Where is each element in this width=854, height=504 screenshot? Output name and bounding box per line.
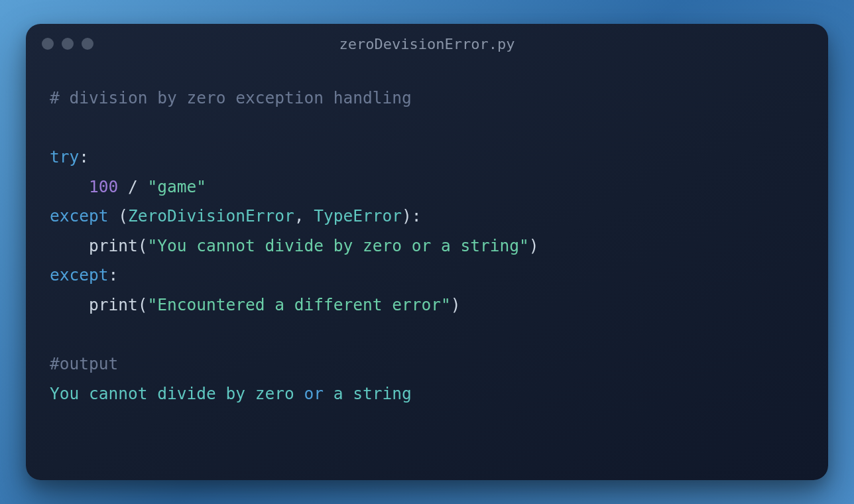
keyword-except: except: [50, 206, 109, 225]
call-close: ): [451, 295, 461, 314]
code-editor[interactable]: # division by zero exception handling tr…: [26, 64, 828, 428]
string-literal: "You cannot divide by zero or a string": [148, 236, 529, 255]
operator-divide: /: [118, 177, 147, 196]
paren-close: ): [402, 206, 412, 225]
output-text: a string: [324, 384, 412, 403]
call-open: (: [138, 236, 148, 255]
code-comment: # division by zero exception handling: [50, 88, 412, 107]
type-name: ZeroDivisionError: [128, 206, 294, 225]
string-literal: "Encountered a different error": [148, 295, 451, 314]
builtin-print: print: [89, 295, 138, 314]
minimize-dot-icon[interactable]: [62, 38, 74, 50]
builtin-print: print: [89, 236, 138, 255]
window-controls: [42, 38, 93, 50]
colon: :: [412, 206, 422, 225]
output-text: You cannot divide by zero: [50, 384, 304, 403]
window-title: zeroDevisionError.py: [26, 36, 828, 52]
window-titlebar: zeroDevisionError.py: [26, 24, 828, 64]
string-literal: "game": [148, 177, 207, 196]
indent: [50, 177, 89, 196]
code-comment: #output: [50, 354, 118, 373]
paren-open: (: [109, 206, 129, 225]
indent: [50, 295, 89, 314]
keyword-except: except: [50, 265, 109, 284]
colon: :: [109, 265, 119, 284]
number-literal: 100: [89, 177, 118, 196]
call-close: ): [529, 236, 539, 255]
close-dot-icon[interactable]: [42, 38, 54, 50]
maximize-dot-icon[interactable]: [82, 38, 93, 50]
indent: [50, 236, 89, 255]
colon: :: [79, 147, 89, 166]
comma: ,: [294, 206, 314, 225]
call-open: (: [138, 295, 148, 314]
keyword-try: try: [50, 147, 79, 166]
code-editor-window: zeroDevisionError.py # division by zero …: [26, 24, 828, 480]
type-name: TypeError: [314, 206, 402, 225]
output-text: or: [304, 384, 324, 403]
